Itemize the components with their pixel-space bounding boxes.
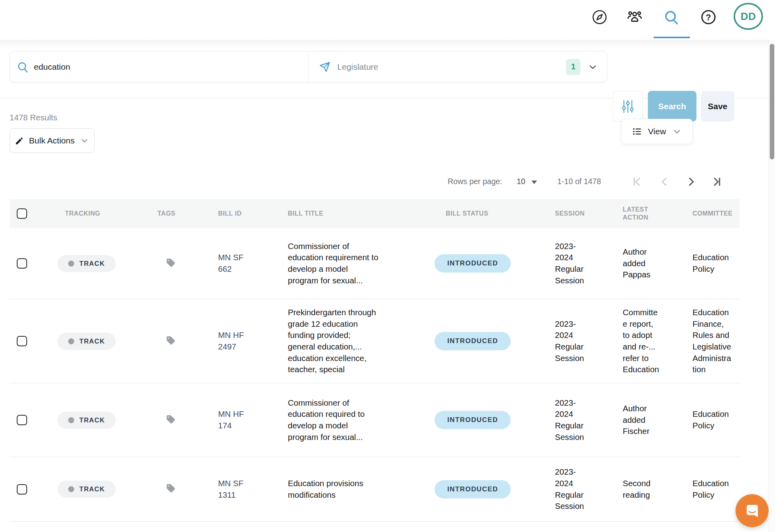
table-header-row: TRACKING TAGS BILL ID BILL TITLE BILL ST… <box>10 199 740 228</box>
header-tracking: TRACKING <box>52 210 155 218</box>
committee-cell: Education Policy <box>685 408 740 431</box>
header-tags: TAGS <box>155 210 210 218</box>
bill-id-link[interactable]: MN HF 2497 <box>210 330 280 352</box>
bill-title[interactable]: Prekindergarten through grade 12 educati… <box>280 307 427 375</box>
legislature-plane-icon <box>319 61 331 73</box>
pagination-range: 1-10 of 1478 <box>557 177 601 186</box>
scope-selector[interactable]: Legislature 1 <box>309 51 607 82</box>
filter-sliders-icon <box>621 99 635 114</box>
scrollbar-track[interactable] <box>769 40 775 532</box>
latest-action-cell: Committe e report, to adopt and re-... r… <box>615 307 685 375</box>
search-section: Legislature 1 Search Save <box>0 40 775 98</box>
top-nav: ? DD <box>0 0 775 40</box>
latest-action-cell: Author added Pappas <box>615 246 685 281</box>
filters-button[interactable] <box>613 91 643 122</box>
chat-bubble-icon <box>744 503 760 519</box>
avatar[interactable]: DD <box>734 3 763 30</box>
pencil-icon <box>15 136 24 145</box>
rows-per-page-value[interactable]: 10 <box>517 177 525 186</box>
track-dot-icon <box>68 486 74 492</box>
committee-cell: Education Policy <box>685 252 740 275</box>
session-cell: 2023- 2024 Regular Session <box>547 397 615 443</box>
people-group-icon[interactable] <box>626 8 644 26</box>
previous-page-icon[interactable] <box>659 176 671 188</box>
track-button[interactable]: TRACK <box>57 481 116 498</box>
row-checkbox[interactable] <box>17 336 27 346</box>
header-latest-action: LATEST ACTION <box>615 206 685 222</box>
row-checkbox[interactable] <box>17 484 27 495</box>
list-view-icon <box>632 126 642 137</box>
search-button[interactable]: Search <box>648 91 696 122</box>
select-all-checkbox[interactable] <box>17 208 27 219</box>
header-committee: COMMITTEE <box>685 210 740 218</box>
row-checkbox[interactable] <box>17 415 27 425</box>
session-cell: 2023- 2024 Regular Session <box>547 466 615 512</box>
help-icon[interactable]: ? <box>699 8 718 26</box>
track-dot-icon <box>68 261 74 267</box>
rows-per-page-label: Rows per page: <box>448 177 502 186</box>
committee-cell: Education Finance, Rules and Legislative… <box>685 307 740 375</box>
app-page: ? DD Legislature 1 <box>0 0 775 532</box>
row-checkbox[interactable] <box>17 258 27 269</box>
bill-id-link[interactable]: MN HF 174 <box>210 408 280 431</box>
first-page-icon[interactable] <box>631 176 643 188</box>
view-button[interactable]: View <box>621 119 693 144</box>
table-row: TRACK MN HF 2497 Prekindergarten through… <box>10 299 740 383</box>
search-field[interactable] <box>10 51 309 82</box>
status-badge: INTRODUCED <box>435 480 511 499</box>
search-box: Legislature 1 <box>10 51 607 82</box>
table-row: TRACK MN SF 1311 Education provisions mo… <box>10 457 740 522</box>
search-nav-icon[interactable] <box>662 8 681 26</box>
rows-per-page-caret-icon[interactable] <box>531 181 537 184</box>
table-row: TRACK MN HF 174 Commissioner of educatio… <box>10 383 740 457</box>
latest-action-cell: Author added Fischer <box>615 403 685 437</box>
chevron-down-icon <box>588 62 598 72</box>
latest-action-cell: Second reading <box>615 478 685 501</box>
status-badge: INTRODUCED <box>435 254 511 273</box>
header-bill-title: BILL TITLE <box>280 210 427 218</box>
last-page-icon[interactable] <box>711 176 723 188</box>
chevron-down-icon <box>80 136 89 145</box>
status-badge: INTRODUCED <box>435 411 511 429</box>
tag-icon[interactable] <box>166 483 176 493</box>
bill-title[interactable]: Commissioner of education required to de… <box>280 397 427 443</box>
bulk-actions-label: Bulk Actions <box>29 136 75 145</box>
track-button[interactable]: TRACK <box>57 412 116 429</box>
tag-icon[interactable] <box>166 414 176 424</box>
scope-label: Legislature <box>337 62 566 72</box>
scrollbar-thumb[interactable] <box>770 44 774 159</box>
committee-cell: Education Policy <box>685 478 740 501</box>
active-tab-underline <box>653 37 690 38</box>
chevron-down-icon <box>672 126 682 137</box>
chat-launcher-button[interactable] <box>736 494 769 527</box>
bill-title[interactable]: Commissioner of education requirement to… <box>280 241 427 287</box>
bulk-actions-button[interactable]: Bulk Actions <box>10 128 94 153</box>
session-cell: 2023- 2024 Regular Session <box>547 318 615 364</box>
header-bill-id: BILL ID <box>210 210 280 218</box>
scope-count-badge: 1 <box>566 59 580 75</box>
track-button[interactable]: TRACK <box>57 333 116 350</box>
header-session: SESSION <box>547 210 615 218</box>
search-input[interactable] <box>33 62 282 72</box>
track-button[interactable]: TRACK <box>57 255 116 272</box>
svg-text:?: ? <box>706 12 711 22</box>
view-label: View <box>648 127 666 136</box>
bill-id-link[interactable]: MN SF 1311 <box>210 478 280 501</box>
discover-compass-icon[interactable] <box>590 8 609 26</box>
save-button[interactable]: Save <box>701 91 734 122</box>
session-cell: 2023- 2024 Regular Session <box>547 241 615 287</box>
results-count: 1478 Results <box>10 113 57 122</box>
tag-icon[interactable] <box>166 258 176 268</box>
table-row: TRACK MN SF 662 Commissioner of educatio… <box>10 228 740 299</box>
header-bill-status: BILL STATUS <box>427 210 547 218</box>
status-badge: INTRODUCED <box>435 332 511 350</box>
track-dot-icon <box>68 417 74 423</box>
tag-icon[interactable] <box>166 336 176 346</box>
track-dot-icon <box>68 338 74 344</box>
results-table: TRACKING TAGS BILL ID BILL TITLE BILL ST… <box>10 199 740 522</box>
search-icon <box>16 61 29 73</box>
bill-title[interactable]: Education provisions modifications <box>280 478 427 501</box>
bill-id-link[interactable]: MN SF 662 <box>210 252 280 275</box>
next-page-icon[interactable] <box>685 176 697 188</box>
